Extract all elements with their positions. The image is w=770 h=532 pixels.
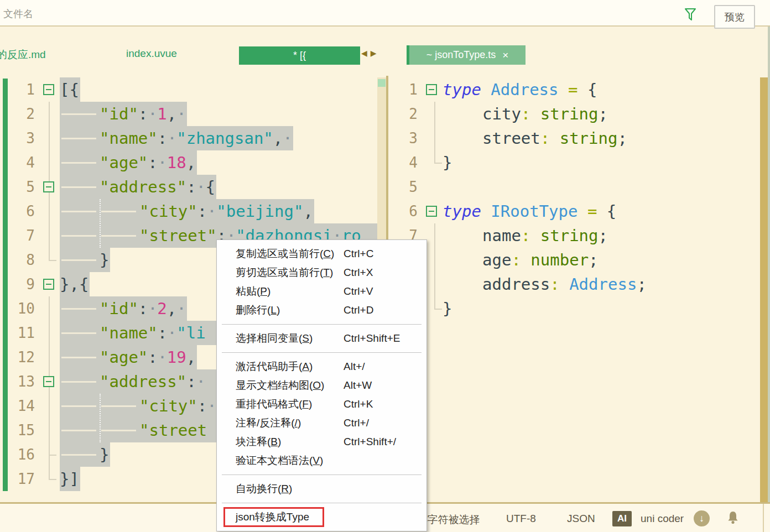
menu-item-shortcut: Ctrl+V — [344, 285, 373, 298]
encoding-indicator[interactable]: UTF-8 — [506, 513, 536, 525]
code-line[interactable]: 1[{ — [0, 77, 377, 102]
menu-item-label: 重排代码格式(F) — [217, 397, 312, 411]
code-line[interactable]: 5 — [388, 175, 760, 199]
editor-right-typescript[interactable]: 1type Address = {2city: string;3street: … — [388, 77, 760, 491]
token-punc: , — [186, 153, 196, 172]
fold-collapse-icon[interactable] — [43, 84, 54, 95]
menu-item-B[interactable]: 块注释(B)Ctrl+Shift+/ — [217, 432, 426, 451]
code-line[interactable]: 2city: string; — [388, 102, 760, 126]
menu-item-L[interactable]: 删除行(L)Ctrl+D — [217, 301, 426, 320]
token-tab — [60, 442, 100, 467]
token-punc: { — [206, 178, 215, 196]
fold-column — [40, 467, 60, 491]
menu-item-label: 粘贴(P) — [217, 284, 270, 299]
token-op: = — [587, 202, 597, 221]
token-key: "address" — [100, 372, 186, 391]
menu-item-A[interactable]: 激活代码助手(A)Alt+/ — [217, 357, 426, 376]
token-punc: : — [138, 299, 148, 318]
menu-item-S[interactable]: 选择相同变量(S)Ctrl+Shift+E — [217, 329, 426, 348]
uni-coder-label[interactable]: uni coder — [641, 513, 684, 525]
code-line[interactable]: 3street: string; — [388, 126, 760, 150]
code-line[interactable]: 10} — [388, 296, 760, 321]
menu-item-O[interactable]: 显示文档结构图(O)Alt+W — [217, 376, 426, 395]
token-punc — [530, 105, 540, 123]
token-tab — [100, 199, 139, 223]
code-text: "street — [60, 418, 230, 442]
left-scrollbar-thumb[interactable] — [378, 79, 386, 87]
tab-fanying-md[interactable]: 的反应.md — [0, 48, 46, 62]
tab-jsontotype-label: ~ jsonToType.ts — [426, 49, 496, 61]
token-punc: : — [158, 324, 167, 342]
token-tab — [60, 102, 100, 126]
code-line[interactable]: 8age: number; — [388, 248, 760, 272]
menu-item-C[interactable]: 复制选区或当前行(C)Ctrl+C — [217, 244, 426, 263]
tab-scroll-left-icon[interactable]: ◀ — [361, 49, 367, 58]
token-builtin: number — [530, 251, 589, 269]
context-menu-separator — [222, 503, 422, 503]
line-number: 4 — [388, 150, 423, 175]
tab-close-icon[interactable]: × — [502, 50, 508, 60]
menu-item-T[interactable]: 剪切选区或当前行(T)Ctrl+X — [217, 263, 426, 282]
notification-bell-icon[interactable] — [727, 510, 739, 527]
token-punc: : — [186, 178, 196, 196]
menu-item-F[interactable]: 重排代码格式(F)Ctrl+K — [217, 395, 426, 414]
token-dot: · — [207, 199, 216, 223]
code-text: } — [60, 248, 110, 272]
code-line[interactable]: 1type Address = { — [388, 77, 760, 102]
token-dot: · — [196, 369, 206, 394]
code-line[interactable]: 6"city":·"beijing", — [0, 199, 377, 223]
fold-collapse-icon[interactable] — [426, 206, 437, 217]
code-line[interactable]: 3"name":·"zhangsan",· — [0, 126, 377, 150]
tab-scroll-arrows: ◀▶ — [361, 49, 380, 58]
token-tab — [443, 102, 482, 126]
menu-item-/[interactable]: 注释/反注释(/)Ctrl+/ — [217, 414, 426, 432]
fold-column — [40, 126, 60, 150]
menu-item-P[interactable]: 粘贴(P)Ctrl+V — [217, 282, 426, 301]
fold-collapse-icon[interactable] — [43, 181, 54, 192]
fold-column — [423, 199, 443, 223]
token-tab — [60, 248, 100, 272]
code-line[interactable]: 2"id":·1,· — [0, 102, 377, 126]
token-num: 1 — [157, 105, 167, 123]
code-line[interactable]: 6type IRootType = { — [388, 199, 760, 223]
fold-column — [40, 394, 60, 418]
token-punc: , — [167, 105, 176, 123]
ai-badge[interactable]: AI — [612, 511, 632, 526]
token-num: 19 — [167, 348, 186, 367]
code-line[interactable]: 9address: Address; — [388, 272, 760, 296]
tab-jsontotype-ts[interactable]: ~ jsonToType.ts × — [407, 45, 526, 65]
fold-column — [40, 199, 60, 223]
fold-column — [423, 77, 443, 102]
download-icon[interactable]: ↓ — [694, 510, 710, 526]
filter-icon[interactable] — [684, 8, 697, 22]
menu-item-V[interactable]: 验证本文档语法(V) — [217, 451, 426, 470]
fold-column — [423, 175, 443, 199]
indent-guide — [100, 394, 101, 442]
token-dot: · — [158, 150, 167, 175]
code-text: [{ — [60, 77, 80, 102]
code-line[interactable]: 4} — [388, 150, 760, 175]
code-line[interactable]: 5"address":·{ — [0, 175, 377, 199]
preview-button[interactable]: 预览 — [714, 5, 755, 29]
menu-item-shortcut: Ctrl+Shift+/ — [344, 436, 396, 448]
token-key: "age" — [100, 348, 148, 367]
fold-collapse-icon[interactable] — [426, 84, 437, 95]
token-key: "age" — [100, 153, 148, 172]
menu-item-json-to-type[interactable]: json转换成Type — [217, 508, 426, 526]
code-line[interactable]: 4"age":·18, — [0, 150, 377, 175]
context-menu-separator — [222, 324, 422, 325]
right-scrollbar[interactable] — [760, 77, 768, 502]
token-str: "li — [176, 324, 205, 342]
tab-index-uvue[interactable]: index.uvue — [126, 48, 177, 60]
tab-active-json[interactable]: * [{ — [239, 46, 360, 65]
code-line[interactable]: 7name: string; — [388, 223, 760, 248]
fold-collapse-icon[interactable] — [43, 376, 54, 387]
token-dot: · — [158, 345, 167, 369]
language-indicator[interactable]: JSON — [567, 513, 595, 525]
tab-active-json-label: * [{ — [293, 50, 306, 61]
fold-collapse-icon[interactable] — [43, 279, 54, 290]
token-tab — [443, 248, 482, 272]
token-dot: · — [148, 102, 157, 126]
tab-scroll-right-icon[interactable]: ▶ — [371, 49, 377, 58]
menu-item-R[interactable]: 自动换行(R) — [217, 479, 426, 498]
